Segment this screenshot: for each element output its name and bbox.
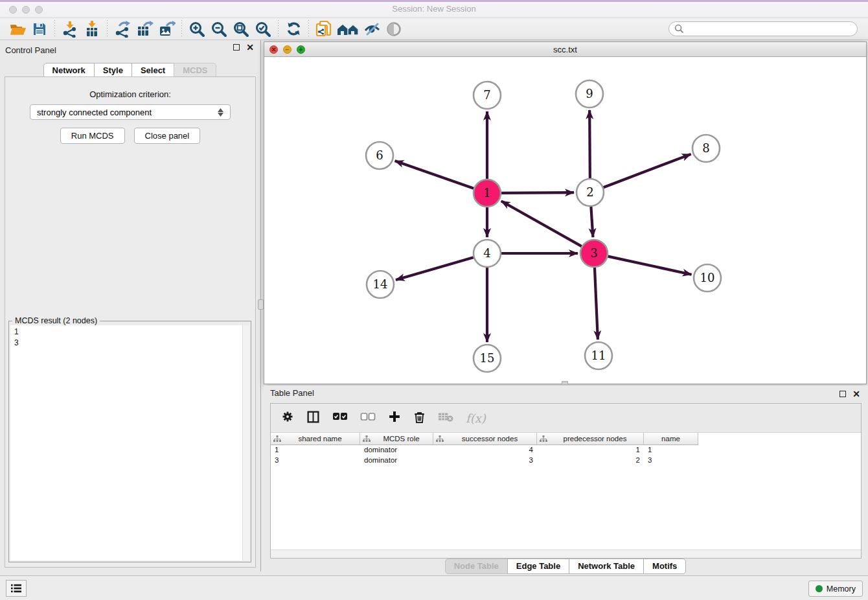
result-scrollbar[interactable] <box>242 325 249 560</box>
network-maximize-icon[interactable]: + <box>297 45 305 54</box>
graph-node-7[interactable]: 7 <box>474 82 501 109</box>
table-tab-node-table[interactable]: Node Table <box>445 559 508 574</box>
graph-node-2[interactable]: 2 <box>577 179 604 206</box>
delete-table-icon[interactable] <box>438 411 453 425</box>
table-cell[interactable]: dominator <box>360 445 433 456</box>
graph-node-11[interactable]: 11 <box>585 342 612 369</box>
table-cell[interactable]: 4 <box>433 445 537 456</box>
run-mcds-button[interactable]: Run MCDS <box>60 128 125 144</box>
svg-text:2: 2 <box>586 185 593 199</box>
table-settings-icon[interactable] <box>281 410 294 426</box>
table-cell[interactable]: dominator <box>360 456 433 466</box>
svg-text:4: 4 <box>483 246 490 260</box>
function-builder-icon[interactable]: f(x) <box>466 411 486 425</box>
column-header-shared-name[interactable]: shared name <box>271 433 360 445</box>
mcds-result-area[interactable]: 1 3 <box>10 325 249 560</box>
svg-text:8: 8 <box>702 141 709 155</box>
delete-row-icon[interactable] <box>413 410 426 426</box>
graph-node-4[interactable]: 4 <box>474 240 501 267</box>
table-row[interactable]: 3dominator323 <box>271 456 861 466</box>
table-row[interactable]: 1dominator411 <box>271 445 861 456</box>
network-resize-handle[interactable] <box>562 381 568 385</box>
graph-node-3[interactable]: 3 <box>580 240 608 267</box>
table-cell[interactable]: 1 <box>537 445 644 456</box>
network-minimize-icon[interactable]: − <box>283 45 291 54</box>
toolbar-separator <box>308 20 309 38</box>
select-all-icon[interactable] <box>332 412 348 424</box>
edge-2-8[interactable] <box>604 154 691 187</box>
edge-3-10[interactable] <box>608 257 691 275</box>
add-row-icon[interactable] <box>388 410 401 426</box>
control-panel-title: Control Panel <box>5 45 56 55</box>
table-cell[interactable]: 3 <box>271 456 360 466</box>
graph-node-1[interactable]: 1 <box>474 179 501 207</box>
column-header-name[interactable]: name <box>644 433 698 445</box>
splitter-handle[interactable] <box>258 299 264 310</box>
table-header-row: shared nameMCDS rolesuccessor nodesprede… <box>271 432 861 445</box>
table-cell[interactable]: 1 <box>644 445 698 456</box>
open-file-icon[interactable] <box>6 19 29 39</box>
svg-text:9: 9 <box>586 87 593 100</box>
deselect-all-icon[interactable] <box>360 412 376 424</box>
show-columns-icon[interactable] <box>306 410 320 426</box>
duplicate-network-icon[interactable] <box>313 19 335 39</box>
title-bar: Session: New Session <box>0 0 868 18</box>
graph-node-10[interactable]: 10 <box>694 264 721 292</box>
svg-text:3: 3 <box>590 246 597 260</box>
table-tab-motifs[interactable]: Motifs <box>643 559 686 574</box>
zoom-out-icon[interactable] <box>208 19 230 39</box>
column-header-MCDS-role[interactable]: MCDS role <box>360 433 433 445</box>
graph-node-9[interactable]: 9 <box>576 80 603 108</box>
table-hscrollbar[interactable] <box>271 549 861 558</box>
network-window-title: scc.txt <box>264 45 866 54</box>
import-network-icon[interactable] <box>59 19 81 39</box>
memory-button[interactable]: Memory <box>808 581 863 597</box>
graph-node-14[interactable]: 14 <box>367 271 394 298</box>
float-panel-icon[interactable] <box>233 44 240 51</box>
close-panel-button[interactable]: Close panel <box>134 128 201 144</box>
edge-2-9[interactable] <box>589 110 590 178</box>
table-cell[interactable]: 1 <box>271 445 360 456</box>
svg-text:14: 14 <box>373 277 388 291</box>
import-table-icon[interactable] <box>81 19 103 39</box>
export-table-icon[interactable] <box>133 19 155 39</box>
graph-node-15[interactable]: 15 <box>474 345 501 372</box>
zoom-fit-icon[interactable] <box>230 19 252 39</box>
network-window-titlebar[interactable]: ✕ − + scc.txt <box>264 42 866 57</box>
edge-1-2[interactable] <box>501 192 574 193</box>
table-cell[interactable]: 3 <box>433 456 537 466</box>
search-box[interactable] <box>668 21 858 36</box>
column-header-predecessor-nodes[interactable]: predecessor nodes <box>537 433 644 445</box>
search-input[interactable] <box>688 25 852 34</box>
save-session-icon[interactable] <box>29 19 51 39</box>
hide-graphics-details-icon[interactable] <box>361 19 383 39</box>
table-rows: 1dominator4113dominator323 <box>271 445 861 466</box>
edge-1-6[interactable] <box>395 161 474 188</box>
table-tab-network-table[interactable]: Network Table <box>569 559 644 574</box>
table-cell[interactable]: 2 <box>537 456 644 466</box>
refresh-icon[interactable] <box>282 19 304 39</box>
column-header-successor-nodes[interactable]: successor nodes <box>433 433 537 445</box>
zoom-selected-icon[interactable] <box>252 19 274 39</box>
edge-4-14[interactable] <box>396 257 474 280</box>
edge-3-1[interactable] <box>501 201 582 246</box>
close-table-panel-icon[interactable]: ✕ <box>852 391 860 397</box>
float-table-panel-icon[interactable] <box>839 391 846 397</box>
edge-2-3[interactable] <box>591 207 593 237</box>
home-apply-layout-icon[interactable] <box>335 19 361 39</box>
export-image-icon[interactable] <box>155 19 177 39</box>
table-tab-edge-table[interactable]: Edge Table <box>507 559 569 574</box>
graph-node-6[interactable]: 6 <box>366 142 393 169</box>
zoom-in-icon[interactable] <box>186 19 208 39</box>
criterion-select[interactable]: strongly connected component <box>30 104 231 120</box>
export-network-icon[interactable] <box>111 19 133 39</box>
network-canvas[interactable]: 7968124314101511 <box>264 58 866 384</box>
close-panel-icon[interactable]: ✕ <box>246 44 254 51</box>
task-history-button[interactable] <box>6 580 27 597</box>
edge-3-11[interactable] <box>595 268 598 340</box>
svg-text:6: 6 <box>376 148 383 162</box>
network-close-icon[interactable]: ✕ <box>269 45 278 54</box>
show-graphics-details-icon[interactable] <box>383 19 405 39</box>
graph-node-8[interactable]: 8 <box>692 135 720 162</box>
table-cell[interactable]: 3 <box>644 456 698 466</box>
